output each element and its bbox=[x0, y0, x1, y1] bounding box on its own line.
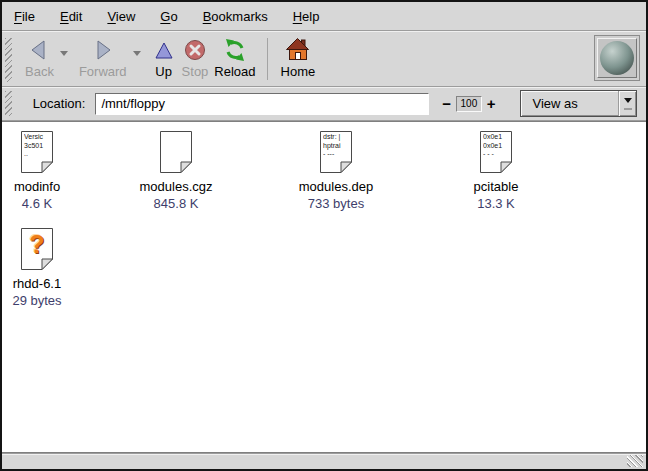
menu-go[interactable]: Go bbox=[159, 7, 178, 26]
file-item-modinfo[interactable]: Versic 3c501 .. modinfo 4.6 K bbox=[2, 130, 75, 211]
file-size: 4.6 K bbox=[2, 196, 75, 211]
view-mode-label: View as Icons bbox=[521, 91, 618, 116]
up-label: Up bbox=[155, 64, 172, 79]
file-name: modules.cgz bbox=[138, 179, 214, 194]
back-icon bbox=[27, 36, 51, 63]
toolbar-separator bbox=[267, 38, 268, 80]
up-icon bbox=[152, 36, 176, 63]
forward-history-chevron-icon[interactable] bbox=[133, 51, 141, 60]
file-size: 13.3 K bbox=[458, 196, 534, 211]
location-bar-grip[interactable] bbox=[5, 91, 12, 116]
stop-icon bbox=[182, 36, 208, 63]
resize-grip-icon[interactable] bbox=[627, 455, 643, 467]
zoom-in-button[interactable]: + bbox=[487, 95, 496, 112]
status-bar bbox=[2, 453, 646, 469]
home-button[interactable]: Home bbox=[281, 36, 316, 79]
back-history-chevron-icon[interactable] bbox=[60, 51, 68, 60]
menu-file[interactable]: File bbox=[13, 7, 36, 26]
zoom-level: 100 bbox=[456, 96, 482, 112]
forward-button[interactable]: Forward bbox=[79, 36, 127, 79]
location-input[interactable] bbox=[95, 93, 429, 115]
menu-edit[interactable]: Edit bbox=[59, 7, 83, 26]
menu-view[interactable]: View bbox=[106, 7, 136, 26]
dropdown-arrow-icon bbox=[618, 91, 636, 116]
unknown-document-icon: ? bbox=[20, 227, 54, 271]
back-label: Back bbox=[25, 64, 54, 79]
reload-label: Reload bbox=[214, 64, 255, 79]
text-document-icon: Versic 3c501 .. bbox=[20, 130, 54, 174]
file-view: Versic 3c501 .. modinfo 4.6 K modules.cg… bbox=[2, 121, 646, 453]
home-icon bbox=[285, 36, 311, 63]
file-item-modules-cgz[interactable]: modules.cgz 845.8 K bbox=[138, 130, 214, 211]
menu-help[interactable]: Help bbox=[292, 7, 321, 26]
blank-document-icon bbox=[159, 130, 193, 174]
menu-bookmarks[interactable]: Bookmarks bbox=[202, 7, 269, 26]
back-button[interactable]: Back bbox=[25, 36, 54, 79]
up-button[interactable]: Up bbox=[152, 36, 176, 79]
file-name: modules.dep bbox=[298, 179, 374, 194]
reload-button[interactable]: Reload bbox=[214, 36, 255, 79]
question-mark-glyph: ? bbox=[20, 230, 54, 259]
toolbar: Back Forward Up Stop bbox=[2, 31, 646, 87]
stop-label: Stop bbox=[182, 64, 209, 79]
stop-button[interactable]: Stop bbox=[182, 36, 209, 79]
file-item-rhdd[interactable]: ? rhdd-6.1 29 bytes bbox=[2, 227, 75, 308]
forward-icon bbox=[91, 36, 115, 63]
text-document-icon: dstr: | hptrai - --- bbox=[319, 130, 353, 174]
menu-bar: File Edit View Go Bookmarks Help bbox=[2, 2, 646, 31]
toolbar-grip[interactable] bbox=[5, 38, 12, 82]
file-size: 733 bytes bbox=[298, 196, 374, 211]
location-label: Location: bbox=[33, 96, 86, 111]
forward-label: Forward bbox=[79, 64, 127, 79]
file-item-pcitable[interactable]: 0x0e1 0x0e1 - - - pcitable 13.3 K bbox=[458, 130, 534, 211]
file-name: rhdd-6.1 bbox=[2, 276, 75, 291]
file-manager-window: File Edit View Go Bookmarks Help Back Fo… bbox=[0, 0, 648, 471]
zoom-out-button[interactable]: − bbox=[442, 95, 451, 112]
reload-icon bbox=[222, 36, 248, 63]
file-item-modules-dep[interactable]: dstr: | hptrai - --- modules.dep 733 byt… bbox=[298, 130, 374, 211]
file-name: modinfo bbox=[2, 179, 75, 194]
file-size: 29 bytes bbox=[2, 293, 75, 308]
throbber[interactable] bbox=[594, 35, 640, 81]
throbber-button bbox=[597, 38, 637, 78]
home-label: Home bbox=[281, 64, 316, 79]
view-mode-dropdown[interactable]: View as Icons bbox=[520, 90, 637, 117]
text-document-icon: 0x0e1 0x0e1 - - - bbox=[479, 130, 513, 174]
location-bar: Location: − 100 + View as Icons bbox=[2, 87, 646, 121]
file-size: 845.8 K bbox=[138, 196, 214, 211]
throbber-orb-icon bbox=[600, 41, 634, 75]
file-name: pcitable bbox=[458, 179, 534, 194]
